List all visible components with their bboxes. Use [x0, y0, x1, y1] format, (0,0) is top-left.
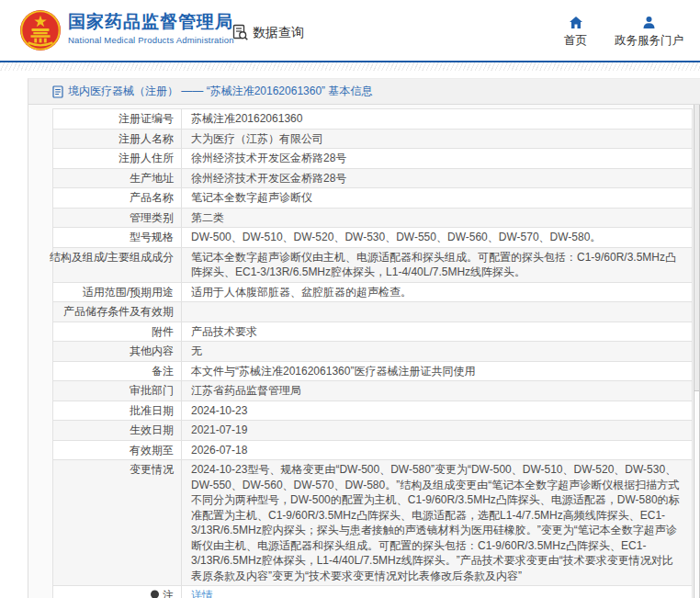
scrollbar[interactable] [694, 105, 700, 598]
table-row: 注册人名称 大为医疗（江苏）有限公司 [53, 129, 692, 149]
table-row: 变更情况 2024-10-23型号、规格变更由“DW-500、DW-580”变更… [53, 459, 692, 585]
table-row: 适用范围/预期用途 适用于人体腹部脏器、盆腔脏器的超声检查。 [53, 282, 692, 302]
row-value: 本文件与“苏械注准20162061360”医疗器械注册证共同使用 [182, 362, 692, 381]
row-label: 批准日期 [53, 401, 182, 421]
detail-link[interactable]: 详情 [191, 589, 213, 598]
row-label: 附件 [53, 322, 182, 342]
row-label: 注册人住所 [53, 149, 182, 168]
nav-portal[interactable]: 政务服务门户 [615, 16, 683, 49]
content-panel: 境内医疗器械（注册） —— “苏械注准20162061360” 基本信息 注册证… [28, 78, 700, 598]
row-value: 无 [182, 342, 692, 361]
user-icon [642, 16, 656, 29]
table-row: 生效日期 2021-07-19 [53, 420, 692, 440]
row-value: 大为医疗（江苏）有限公司 [182, 130, 692, 149]
page-title-bar: 境内医疗器械（注册） —— “苏械注准20162061360” 基本信息 [28, 79, 700, 105]
nmpa-emblem-logo [19, 9, 62, 51]
table-row: 结构及组成/主要组成成分 笔记本全数字超声诊断仪由主机、电源适配器和探头组成。可… [53, 247, 692, 282]
agency-name: 国家药品监督管理局 [68, 12, 234, 32]
row-label: 注册人名称 [53, 130, 182, 149]
row-value: 笔记本全数字超声诊断仪由主机、电源适配器和探头组成。可配置的探头包括：C1-9/… [182, 248, 692, 282]
row-label: 产品储存条件及有效期 [53, 302, 182, 322]
row-label: 生效日期 [53, 421, 182, 440]
table-row: 生产地址 徐州经济技术开发区金桥路28号 [53, 168, 692, 188]
row-value: 笔记本全数字超声诊断仪 [182, 188, 692, 208]
home-icon [569, 16, 583, 29]
table-row: 其他内容 无 [53, 341, 692, 361]
row-value: 2024-10-23型号、规格变更由“DW-500、DW-580”变更为“DW-… [182, 460, 692, 585]
row-label: 注 [53, 586, 182, 598]
top-nav: 首页 政务服务门户 [564, 16, 683, 49]
hatch-strip [0, 62, 700, 71]
row-label: 结构及组成/主要组成成分 [53, 248, 182, 282]
row-value: 第二类 [182, 209, 692, 228]
nav-portal-label: 政务服务门户 [615, 33, 683, 49]
table-row: 审批部门 江苏省药品监督管理局 [53, 380, 692, 401]
scrollbar-thumb[interactable] [694, 105, 699, 391]
app-header: 国家药品监督管理局 National Medical Products Admi… [0, 0, 700, 61]
table-row: 产品储存条件及有效期 [53, 301, 692, 322]
table-row: 产品名称 笔记本全数字超声诊断仪 [53, 187, 692, 208]
row-value: 适用于人体腹部脏器、盆腔脏器的超声检查。 [182, 283, 692, 302]
row-value: 江苏省药品监督管理局 [182, 381, 692, 401]
page-title: 境内医疗器械（注册） —— “苏械注准20162061360” 基本信息 [68, 84, 372, 99]
row-label: 备注 [53, 362, 182, 381]
row-label: 注册证编号 [53, 109, 182, 129]
table-row-note: 注 详情 [53, 585, 692, 598]
nav-data-query[interactable]: 数据查询 [231, 24, 304, 41]
row-value: 产品技术要求 [182, 322, 692, 342]
agency-title-block: 国家药品监督管理局 National Medical Products Admi… [68, 12, 234, 45]
row-label: 产品名称 [53, 188, 182, 208]
row-label: 变更情况 [53, 460, 182, 585]
table-row: 型号规格 DW-500、DW-510、DW-520、DW-530、DW-550、… [53, 227, 692, 247]
row-value: 徐州经济技术开发区金桥路28号 [182, 169, 692, 188]
table-row: 注册人住所 徐州经济技术开发区金桥路28号 [53, 148, 692, 168]
row-label: 生产地址 [53, 169, 182, 188]
data-query-label: 数据查询 [253, 25, 304, 41]
document-icon [52, 85, 63, 98]
table-row: 管理类别 第二类 [53, 208, 692, 228]
row-value: DW-500、DW-510、DW-520、DW-530、DW-550、DW-56… [182, 228, 692, 247]
speech-balloon-icon [150, 590, 160, 598]
row-value: 详情 [182, 586, 692, 598]
row-label: 管理类别 [53, 209, 182, 228]
row-value: 2024-10-23 [182, 401, 692, 421]
table-row: 附件 产品技术要求 [53, 322, 692, 342]
row-label: 型号规格 [53, 228, 182, 247]
row-value: 2026-07-18 [182, 441, 692, 460]
table-row: 批准日期 2024-10-23 [53, 401, 692, 421]
row-value: 2021-07-19 [182, 421, 692, 440]
row-label: 适用范围/预期用途 [53, 283, 182, 302]
table-row: 备注 本文件与“苏械注准20162061360”医疗器械注册证共同使用 [53, 361, 692, 381]
row-value: 苏械注准20162061360 [182, 109, 692, 129]
agency-name-en: National Medical Products Administration [68, 35, 234, 45]
row-label: 其他内容 [53, 342, 182, 361]
table-row: 注册证编号 苏械注准20162061360 [53, 109, 692, 129]
row-value: 徐州经济技术开发区金桥路28号 [182, 149, 692, 168]
registration-table: 注册证编号 苏械注准20162061360 注册人名称 大为医疗（江苏）有限公司… [52, 108, 693, 598]
nav-home-label: 首页 [564, 33, 587, 49]
row-label: 审批部门 [53, 381, 182, 401]
row-value [182, 302, 692, 322]
document-search-icon [231, 24, 249, 41]
table-row: 有效期至 2026-07-18 [53, 440, 692, 460]
nav-home[interactable]: 首页 [564, 16, 587, 49]
row-label: 有效期至 [53, 441, 182, 460]
